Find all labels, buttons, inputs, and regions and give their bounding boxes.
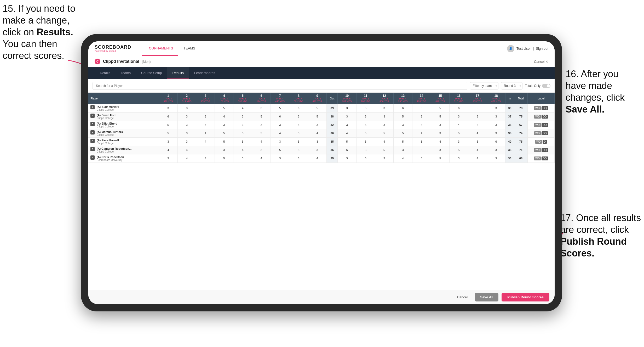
score-hole-18[interactable]: 3	[487, 104, 505, 113]
round-select[interactable]: Round 3	[501, 82, 522, 89]
dq-button[interactable]: DQ	[542, 148, 548, 152]
score-hole-9[interactable]: 3	[308, 137, 326, 146]
nav-tournaments[interactable]: TOURNAMENTS	[142, 41, 178, 56]
score-hole-11[interactable]: 3	[356, 146, 375, 154]
score-hole-10[interactable]: 3	[338, 154, 356, 163]
score-hole-9[interactable]: 5	[308, 104, 326, 113]
sign-out-link[interactable]: Sign out	[536, 47, 548, 51]
score-hole-15[interactable]: 5	[431, 112, 449, 121]
score-hole-4[interactable]: 5	[215, 137, 233, 146]
score-hole-12[interactable]: 5	[375, 146, 394, 154]
score-hole-16[interactable]: 3	[450, 154, 468, 163]
score-hole-5[interactable]: 3	[233, 129, 252, 137]
score-hole-17[interactable]: 5	[468, 137, 487, 146]
score-hole-7[interactable]: 3	[271, 154, 289, 163]
score-hole-8[interactable]: 5	[289, 121, 308, 129]
score-hole-14[interactable]: 3	[412, 137, 431, 146]
score-hole-16[interactable]: 4	[450, 121, 468, 129]
score-hole-13[interactable]: 6	[394, 104, 412, 113]
score-hole-3[interactable]: 5	[196, 104, 215, 113]
score-hole-5[interactable]: 3	[233, 112, 252, 121]
score-hole-1[interactable]: 3	[159, 137, 177, 146]
score-hole-2[interactable]: 3	[177, 137, 196, 146]
score-hole-15[interactable]: 3	[431, 121, 449, 129]
dq-button[interactable]: DQ	[542, 131, 548, 135]
tab-teams[interactable]: Teams	[116, 67, 136, 79]
score-hole-4[interactable]: 5	[215, 104, 233, 113]
dq-button[interactable]: D	[543, 140, 547, 144]
score-hole-16[interactable]: 5	[450, 146, 468, 154]
score-hole-13[interactable]: 5	[394, 137, 412, 146]
score-hole-11[interactable]: 5	[356, 112, 375, 121]
dq-button[interactable]: DQ	[542, 115, 548, 119]
score-hole-18[interactable]: 3	[487, 112, 505, 121]
score-hole-2[interactable]: 3	[177, 112, 196, 121]
wd-button[interactable]: WD	[534, 156, 541, 160]
score-hole-18[interactable]: 3	[487, 121, 505, 129]
wd-button[interactable]: WD	[534, 148, 541, 152]
filter-team-wrapper[interactable]: Filter by team	[470, 82, 498, 89]
score-hole-16[interactable]: 3	[450, 137, 468, 146]
score-hole-8[interactable]: 5	[289, 146, 308, 154]
score-hole-1[interactable]: 4	[159, 146, 177, 154]
score-hole-3[interactable]: 4	[196, 129, 215, 137]
score-hole-5[interactable]: 5	[233, 137, 252, 146]
score-hole-2[interactable]: 3	[177, 121, 196, 129]
score-hole-12[interactable]: 3	[375, 121, 394, 129]
score-hole-15[interactable]: 5	[431, 104, 449, 113]
score-hole-7[interactable]: 5	[271, 146, 289, 154]
score-hole-18[interactable]: 3	[487, 129, 505, 137]
score-hole-11[interactable]: 5	[356, 137, 375, 146]
tab-leaderboards[interactable]: Leaderboards	[189, 67, 220, 79]
score-hole-14[interactable]: 5	[412, 121, 431, 129]
wd-button[interactable]: WD	[534, 123, 541, 127]
score-hole-5[interactable]: 4	[233, 146, 252, 154]
score-hole-13[interactable]: 3	[394, 121, 412, 129]
score-hole-6[interactable]: 5	[252, 129, 271, 137]
score-hole-8[interactable]: 5	[289, 137, 308, 146]
score-hole-16[interactable]: 5	[450, 129, 468, 137]
score-hole-17[interactable]: 5	[468, 104, 487, 113]
tab-details[interactable]: Details	[95, 67, 116, 79]
score-hole-10[interactable]: 3	[338, 112, 356, 121]
score-hole-17[interactable]: 6	[468, 121, 487, 129]
filter-team-select[interactable]: Filter by team	[470, 82, 498, 89]
score-hole-17[interactable]: 4	[468, 129, 487, 137]
score-hole-13[interactable]: 3	[394, 146, 412, 154]
score-hole-12[interactable]: 5	[375, 129, 394, 137]
totals-toggle-switch[interactable]	[542, 84, 550, 88]
score-hole-6[interactable]: 5	[252, 112, 271, 121]
score-hole-5[interactable]: 4	[233, 104, 252, 113]
wd-button[interactable]: WD	[534, 115, 541, 119]
dq-button[interactable]: DQ	[542, 123, 548, 127]
cancel-button[interactable]: Cancel	[453, 293, 472, 301]
score-hole-3[interactable]: 3	[196, 112, 215, 121]
score-hole-3[interactable]: 5	[196, 146, 215, 154]
score-hole-4[interactable]: 5	[215, 129, 233, 137]
score-hole-14[interactable]: 3	[412, 146, 431, 154]
score-hole-16[interactable]: 6	[450, 104, 468, 113]
score-hole-1[interactable]: 5	[159, 121, 177, 129]
score-hole-9[interactable]: 4	[308, 154, 326, 163]
score-hole-2[interactable]: 4	[177, 146, 196, 154]
score-hole-8[interactable]: 3	[289, 112, 308, 121]
score-hole-9[interactable]: 5	[308, 112, 326, 121]
score-hole-11[interactable]: 5	[356, 154, 375, 163]
score-hole-8[interactable]: 5	[289, 154, 308, 163]
score-hole-12[interactable]: 3	[375, 154, 394, 163]
score-hole-7[interactable]: 3	[271, 121, 289, 129]
nav-teams[interactable]: TEAMS	[178, 41, 200, 56]
score-hole-17[interactable]: 4	[468, 146, 487, 154]
score-hole-10[interactable]: 6	[338, 146, 356, 154]
score-hole-18[interactable]: 6	[487, 137, 505, 146]
score-hole-6[interactable]: 3	[252, 146, 271, 154]
score-hole-3[interactable]: 4	[196, 154, 215, 163]
score-hole-9[interactable]: 3	[308, 121, 326, 129]
score-hole-4[interactable]: 3	[215, 121, 233, 129]
score-hole-11[interactable]: 5	[356, 129, 375, 137]
score-hole-5[interactable]: 3	[233, 121, 252, 129]
score-hole-17[interactable]: 4	[468, 154, 487, 163]
score-hole-15[interactable]: 4	[431, 137, 449, 146]
score-hole-12[interactable]: 3	[375, 112, 394, 121]
dq-button[interactable]: DQ	[542, 156, 548, 160]
